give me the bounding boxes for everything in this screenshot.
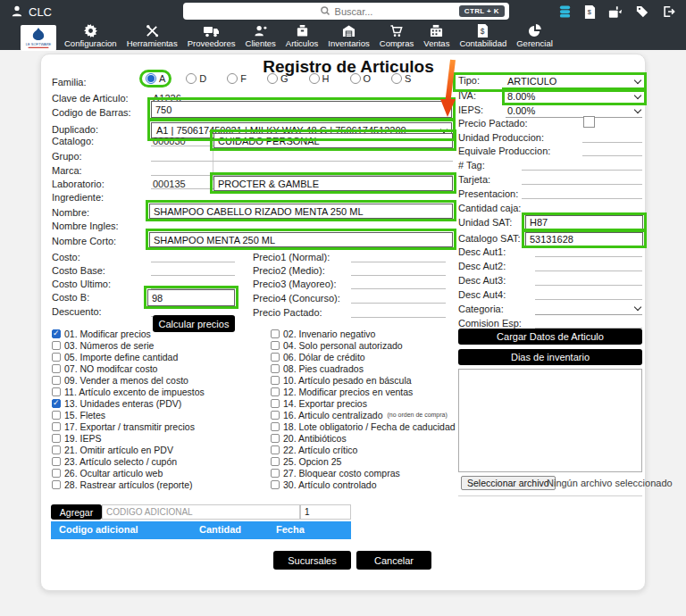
option-checkbox-row[interactable]: 11. Artículo excento de impuestos (52, 386, 209, 397)
equivale-produccion-field[interactable] (582, 146, 642, 156)
checkbox-icon[interactable] (52, 387, 61, 396)
checkbox-icon[interactable] (271, 364, 280, 373)
categoria-select[interactable] (535, 302, 642, 315)
invoice-icon[interactable]: $ (584, 5, 596, 19)
option-checkbox-row[interactable]: 15. Fletes (52, 409, 209, 420)
checkbox-icon[interactable] (271, 399, 280, 408)
nav-item-proveedores[interactable]: Proveedores (188, 24, 236, 48)
unidad-sat-input[interactable] (525, 215, 643, 229)
laboratorio-desc-input[interactable] (213, 176, 453, 191)
dias-inventario-button[interactable]: Dias de inventario (458, 349, 642, 365)
option-checkbox-row[interactable]: 26. Ocultar articulo web (52, 467, 209, 479)
option-checkbox-row[interactable]: 03. Números de serie (52, 339, 209, 351)
register-report-icon[interactable] (608, 5, 623, 19)
ingrediente-desc-field[interactable] (213, 192, 453, 203)
desc-aut1-field[interactable] (535, 246, 642, 257)
checkbox-icon[interactable] (271, 422, 280, 431)
option-checkbox-row[interactable]: 18. Lote obligatorio / Fecha de caducida… (271, 420, 460, 432)
nav-item-contabilidad[interactable]: $ Contabilidad (459, 24, 506, 48)
iva-select[interactable]: 8.00% (506, 90, 642, 104)
grupo-code-field[interactable] (151, 151, 213, 162)
checkbox-icon[interactable] (52, 341, 61, 350)
option-checkbox-row[interactable]: 10. Artículo pesado en báscula (271, 374, 460, 386)
precio3-field[interactable] (351, 279, 446, 289)
checkbox-icon[interactable] (271, 376, 280, 385)
checkbox-icon[interactable] (52, 457, 61, 466)
option-checkbox-row[interactable]: 02. Invenario negativo (271, 328, 460, 339)
option-checkbox-row[interactable]: 13. Unidades enteras (PDV) (52, 397, 209, 409)
precio4-field[interactable] (351, 293, 446, 304)
option-checkbox-row[interactable]: 17. Exportar / transmitir precios (52, 420, 209, 432)
desc-aut3-field[interactable] (535, 275, 642, 286)
cantidad-caja-field[interactable] (522, 203, 642, 213)
checkbox-icon[interactable] (52, 353, 61, 362)
nav-item-ventas[interactable]: Ventas (423, 24, 449, 48)
search-input[interactable]: Buscar... CTRL + K (183, 3, 509, 20)
option-checkbox-row[interactable]: 21. Omitir artículo en PDV (52, 444, 209, 455)
checkbox-icon[interactable] (271, 469, 280, 478)
nav-item-herramientas[interactable]: Herramientas (127, 24, 178, 48)
familia-radio-option[interactable]: O (344, 70, 378, 87)
cantidad-input[interactable] (300, 504, 351, 520)
checkbox-icon[interactable] (271, 434, 280, 443)
familia-radio-option[interactable]: A (139, 70, 172, 87)
nav-item-configuracion[interactable]: Configuracion (64, 24, 117, 48)
nav-item-articulos[interactable]: Articulos (286, 24, 318, 48)
le-software-logo[interactable]: LE SOFTWARE (21, 25, 56, 51)
option-checkbox-row[interactable]: 30. Artículo controlado (271, 479, 460, 490)
checkbox-icon[interactable] (52, 376, 61, 385)
option-checkbox-row[interactable]: 23. Artículo selecto / cupón (52, 455, 209, 467)
familia-radio-option[interactable]: F (221, 70, 253, 87)
checkbox-icon[interactable] (52, 399, 61, 408)
checkbox-icon[interactable] (52, 480, 61, 489)
option-checkbox-row[interactable]: 05. Importe define cantidad (52, 351, 209, 362)
nav-item-clientes[interactable]: Clientes (246, 24, 276, 48)
desc-aut4-field[interactable] (535, 289, 642, 300)
database-icon[interactable] (558, 4, 572, 19)
checkbox-icon[interactable] (52, 434, 61, 443)
nav-item-gerencial[interactable]: Gerencial (516, 24, 553, 48)
checkbox-icon[interactable] (271, 457, 280, 466)
checkbox-icon[interactable] (52, 329, 61, 338)
barcode-input[interactable] (151, 101, 452, 118)
checkbox-icon[interactable] (52, 364, 61, 373)
familia-radio-option[interactable]: S (385, 70, 417, 87)
seleccionar-archivo-button[interactable]: Seleccionar archivo (461, 476, 556, 490)
option-checkbox-row[interactable]: 07. NO modifcar costo (52, 362, 209, 374)
costo-b-input[interactable] (147, 289, 235, 306)
option-checkbox-row[interactable]: 22. Artículo crítico (271, 444, 460, 455)
option-checkbox-row[interactable]: 28. Rastrear artículos (reporte) (52, 479, 209, 490)
familia-radio-option[interactable]: G (261, 70, 295, 87)
tag-field[interactable] (522, 160, 642, 171)
tags-icon[interactable] (635, 5, 649, 18)
checkbox-icon[interactable] (271, 353, 280, 362)
checkbox-icon[interactable] (271, 341, 280, 350)
tarjeta-field[interactable] (522, 174, 642, 185)
ieps-select[interactable]: 0.00% (506, 104, 642, 118)
unidad-produccion-field[interactable] (582, 132, 642, 143)
option-checkbox-row[interactable]: 09. Vender a menos del costo (52, 374, 209, 386)
comision-esp-field[interactable] (535, 318, 642, 329)
precio1-field[interactable] (351, 252, 446, 262)
costo-base-field[interactable] (151, 265, 235, 276)
costo-field[interactable] (151, 252, 235, 262)
option-checkbox-row[interactable]: 04. Solo personal autorizado (271, 339, 460, 351)
precio-pactado-field[interactable] (351, 307, 446, 318)
checkbox-icon[interactable] (271, 387, 280, 396)
checkbox-icon[interactable] (271, 445, 280, 454)
cargar-datos-button[interactable]: Cargar Datos de Articulo (458, 329, 642, 345)
option-checkbox-row[interactable]: 19. IEPS (52, 432, 209, 444)
checkbox-icon[interactable] (52, 445, 61, 454)
precio-pactado-checkbox[interactable] (583, 116, 595, 128)
nav-item-inventarios[interactable]: Inventarios (328, 24, 369, 48)
grupo-desc-field[interactable] (213, 151, 453, 162)
checkbox-icon[interactable] (271, 480, 280, 489)
nav-item-compras[interactable]: Compras (380, 24, 414, 48)
checkbox-icon[interactable] (52, 411, 61, 420)
option-checkbox-row[interactable]: 12. Modificar precios en ventas (271, 386, 460, 397)
precio2-field[interactable] (351, 265, 446, 276)
option-checkbox-row[interactable]: 08. Pies cuadrados (271, 362, 460, 374)
costo-ultimo-field[interactable] (151, 279, 235, 289)
codigo-adicional-input[interactable] (102, 504, 300, 520)
logout-icon[interactable] (662, 5, 675, 18)
